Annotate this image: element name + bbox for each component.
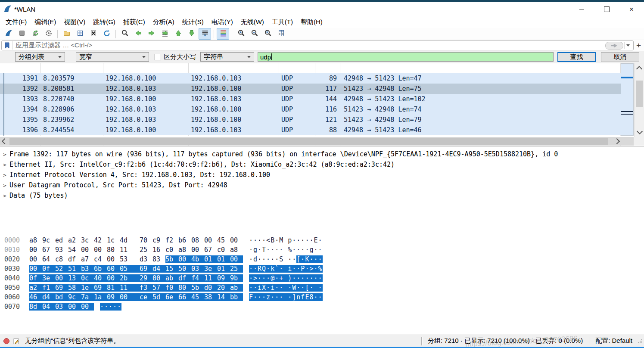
hex-byte[interactable]: 54 (68, 246, 81, 254)
filter-bookmark-icon[interactable] (2, 41, 12, 50)
scroll-left-arrow-icon[interactable] (0, 137, 9, 146)
hex-byte[interactable]: d3 (140, 255, 152, 263)
hex-byte[interactable]: 0f (29, 274, 42, 282)
hex-byte[interactable]: 81 (107, 284, 120, 292)
last-packet-button[interactable] (185, 28, 198, 40)
filter-dropdown-button[interactable] (624, 42, 632, 49)
hex-byte[interactable]: f1 (42, 284, 55, 292)
hex-byte[interactable]: 67 (42, 246, 55, 254)
hex-byte[interactable]: c8 (55, 255, 68, 263)
hex-byte[interactable]: 0f (42, 265, 55, 273)
hex-row[interactable]: 00708d04030000····· (0, 302, 644, 311)
search-type-select[interactable]: 字符串 (200, 52, 254, 62)
hex-byte[interactable]: 00 (29, 265, 42, 273)
expander-icon[interactable]: > (0, 193, 9, 199)
hex-byte[interactable]: 42 (94, 236, 107, 244)
hex-byte[interactable]: bd (55, 293, 68, 301)
hex-byte[interactable]: a8 (29, 236, 42, 244)
scroll-down-arrow-icon[interactable] (637, 128, 643, 134)
ascii-text[interactable]: ·g·T···· %····g·· (249, 246, 323, 254)
hex-byte[interactable]: a8 (178, 246, 191, 254)
hex-byte[interactable]: ce (140, 293, 152, 301)
hex-byte[interactable]: a2 (29, 284, 42, 292)
packet-list[interactable]: 13918.203579192.168.0.100192.168.0.103UD… (0, 73, 621, 136)
hex-byte[interactable]: 4b (191, 255, 204, 263)
colorize-toggle[interactable] (217, 28, 229, 40)
hex-byte[interactable]: bb (230, 293, 243, 301)
hex-byte[interactable]: 64 (42, 255, 55, 263)
ascii-text[interactable]: ····· (100, 303, 121, 311)
ascii-text[interactable]: ··RQ·k`· i··P·>·% (249, 265, 323, 273)
hex-byte[interactable]: 00 (178, 255, 191, 263)
hex-byte[interactable]: 01 (217, 255, 230, 263)
auto-scroll-toggle[interactable] (199, 28, 211, 40)
scroll-right-arrow-icon[interactable] (612, 137, 622, 146)
ascii-text[interactable]: F···z··· ·]nfE8·· (249, 293, 323, 301)
expander-icon[interactable]: > (0, 162, 9, 168)
hex-byte[interactable]: df (68, 255, 81, 263)
hex-byte[interactable]: 83 (152, 255, 165, 263)
stop-capture-button[interactable] (16, 28, 28, 40)
zoom-out-button[interactable] (248, 28, 261, 40)
hex-byte[interactable]: 67 (204, 246, 217, 254)
hex-byte[interactable]: 5b (191, 284, 204, 292)
hex-byte[interactable]: 00 (230, 236, 243, 244)
menu-item[interactable]: 跳转(G) (89, 17, 119, 28)
resize-columns-button[interactable] (275, 28, 287, 40)
resize-grip[interactable] (638, 339, 643, 344)
menu-item[interactable]: 视图(V) (60, 17, 89, 28)
hex-byte[interactable]: d4 (42, 293, 55, 301)
search-input[interactable]: udp (258, 52, 554, 62)
menu-item[interactable]: 帮助(H) (297, 17, 327, 28)
reload-file-button[interactable] (100, 28, 113, 40)
maximize-button[interactable] (594, 2, 619, 16)
close-file-button[interactable] (87, 28, 100, 40)
hex-byte[interactable]: 70 (140, 236, 152, 244)
vertical-scroll-thumb[interactable] (636, 81, 643, 107)
horizontal-scroll-thumb[interactable] (9, 138, 608, 145)
find-button[interactable]: 查找 (557, 52, 596, 62)
hex-byte[interactable]: c9 (152, 236, 165, 244)
menu-item[interactable]: 捕获(C) (119, 17, 149, 28)
hex-byte[interactable]: 09 (217, 274, 230, 282)
hex-byte[interactable]: 00 (29, 246, 42, 254)
hex-byte[interactable]: 00 (81, 303, 94, 311)
ascii-text[interactable]: ·>···@·+ )······· (249, 274, 323, 282)
expander-icon[interactable]: > (0, 151, 9, 158)
hex-byte[interactable]: df (178, 274, 191, 282)
hex-byte[interactable]: 50 (178, 265, 191, 273)
hex-byte[interactable]: 7a (81, 293, 94, 301)
hex-byte[interactable]: 3c (81, 236, 94, 244)
hex-byte[interactable]: b6 (178, 236, 191, 244)
hex-byte[interactable]: d0 (204, 284, 217, 292)
search-scope-select[interactable]: 分组列表 (15, 52, 65, 62)
hex-byte[interactable]: 11 (204, 274, 217, 282)
hex-byte[interactable]: 9c (68, 293, 81, 301)
detail-row[interactable]: >Internet Protocol Version 4, Src: 192.1… (0, 170, 644, 180)
hex-byte[interactable]: 53 (120, 255, 140, 263)
hex-byte[interactable]: c0 (165, 246, 178, 254)
hex-byte[interactable]: 00 (152, 274, 165, 282)
profile-label[interactable]: 配置: Default (595, 337, 632, 345)
hex-byte[interactable]: 00 (191, 246, 204, 254)
hex-byte[interactable]: 00 (107, 274, 120, 282)
open-file-button[interactable] (60, 28, 73, 40)
hex-byte[interactable]: f4 (191, 274, 204, 282)
detail-row[interactable]: >Frame 1392: 117 bytes on wire (936 bits… (0, 149, 644, 159)
hex-byte[interactable]: 03 (55, 303, 68, 311)
hex-byte[interactable]: 80 (107, 246, 120, 254)
hex-byte[interactable]: 00 (68, 303, 81, 311)
ascii-text[interactable]: ·d·····S ··[·K··· (249, 255, 323, 263)
hex-byte[interactable]: 08 (191, 236, 204, 244)
apply-filter-button[interactable] (605, 42, 623, 50)
scroll-up-arrow-icon[interactable] (636, 66, 642, 72)
hex-byte[interactable]: 60 (107, 265, 120, 273)
hex-byte[interactable]: 13 (68, 274, 81, 282)
case-sensitive-checkbox[interactable] (155, 54, 161, 60)
hex-byte[interactable]: 3e (204, 265, 217, 273)
hex-byte[interactable]: 3e (42, 274, 55, 282)
display-filter-input[interactable]: 应用显示过滤器 … <Ctrl-/> (1, 40, 634, 50)
hex-byte[interactable]: f0 (165, 284, 178, 292)
hex-byte[interactable]: 29 (140, 274, 152, 282)
capture-comment-button[interactable] (13, 338, 20, 345)
